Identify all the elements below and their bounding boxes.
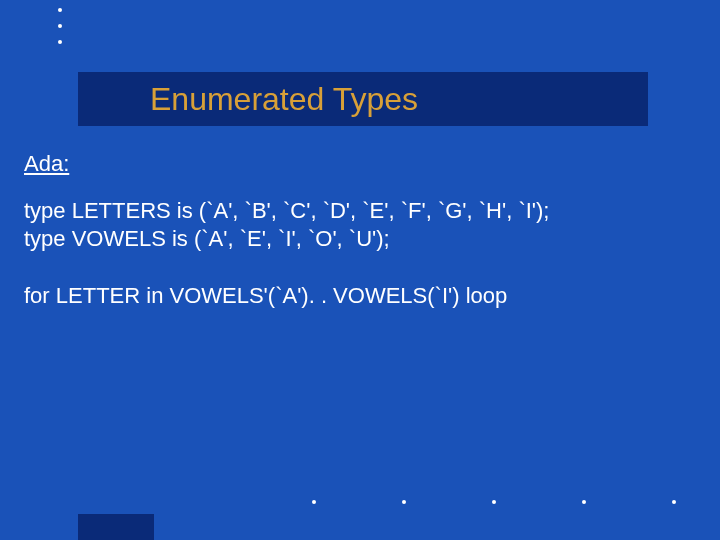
decorative-square bbox=[78, 514, 154, 540]
bullet-dot bbox=[402, 500, 406, 504]
bullet-dot bbox=[672, 500, 676, 504]
title-bar: Enumerated Types bbox=[78, 72, 648, 126]
bullet-dot bbox=[58, 40, 62, 44]
code-line: for LETTER in VOWELS'(`A'). . VOWELS(`I'… bbox=[24, 282, 696, 311]
bullet-dot bbox=[582, 500, 586, 504]
code-block-types: type LETTERS is (`A', `B', `C', `D', `E'… bbox=[24, 197, 696, 254]
code-line: type LETTERS is (`A', `B', `C', `D', `E'… bbox=[24, 197, 696, 226]
slide-title: Enumerated Types bbox=[150, 81, 418, 118]
bullet-dot bbox=[492, 500, 496, 504]
decorative-bullets-top bbox=[58, 8, 62, 44]
code-line: type VOWELS is (`A', `E', `I', `O', `U')… bbox=[24, 225, 696, 254]
decorative-bullets-bottom bbox=[312, 500, 676, 504]
content-area: Ada: type LETTERS is (`A', `B', `C', `D'… bbox=[24, 150, 696, 338]
language-label: Ada: bbox=[24, 150, 696, 179]
bullet-dot bbox=[58, 24, 62, 28]
bullet-dot bbox=[312, 500, 316, 504]
bullet-dot bbox=[58, 8, 62, 12]
code-block-loop: for LETTER in VOWELS'(`A'). . VOWELS(`I'… bbox=[24, 282, 696, 311]
